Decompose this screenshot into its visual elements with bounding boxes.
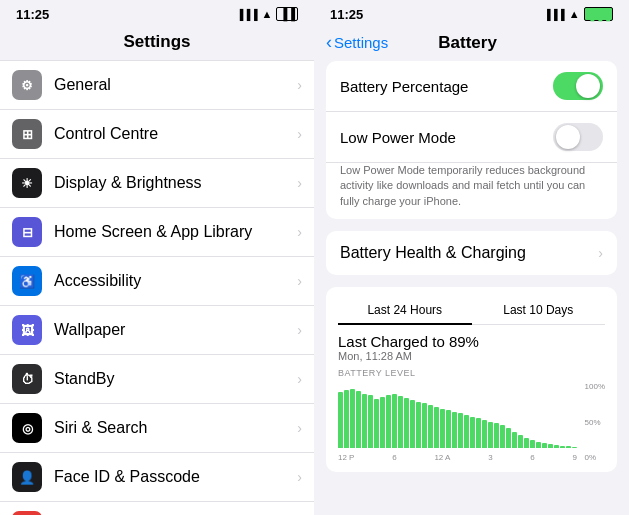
chevron-icon-accessibility: › <box>297 273 302 289</box>
back-chevron-icon: ‹ <box>326 32 332 53</box>
battery-title: Battery <box>438 33 497 53</box>
x-label: 3 <box>488 453 492 462</box>
chart-bar <box>362 394 367 448</box>
chevron-icon-faceid: › <box>297 469 302 485</box>
chevron-icon-general: › <box>297 77 302 93</box>
toggle-thumb <box>576 74 600 98</box>
battery-toggles-section: Battery Percentage Low Power Mode Low Po… <box>326 61 617 219</box>
sidebar-item-faceid[interactable]: 👤Face ID & Passcode› <box>0 453 314 502</box>
x-label: 6 <box>392 453 396 462</box>
chart-tabs: Last 24 Hours Last 10 Days <box>338 297 605 325</box>
chart-bar <box>464 415 469 448</box>
low-power-row[interactable]: Low Power Mode <box>326 112 617 163</box>
faceid-icon: 👤 <box>12 462 42 492</box>
siri-icon: ◎ <box>12 413 42 443</box>
chart-info: Last Charged to 89% Mon, 11:28 AM <box>338 333 605 362</box>
chart-bar <box>404 398 409 448</box>
general-icon: ⚙ <box>12 70 42 100</box>
left-status-bar: 11:25 ▐▐▐ ▲ ▐▐ <box>0 0 314 28</box>
chart-bar <box>374 399 379 449</box>
chart-bar <box>548 444 553 448</box>
x-label: 6 <box>530 453 534 462</box>
chart-bar <box>458 413 463 448</box>
left-status-icons: ▐▐▐ ▲ ▐▐ <box>236 7 298 21</box>
chart-bar <box>386 395 391 448</box>
sidebar-item-label-wallpaper: Wallpaper <box>54 321 297 339</box>
chart-bar <box>434 407 439 448</box>
chart-bar <box>350 389 355 448</box>
tab-last-10-days[interactable]: Last 10 Days <box>472 297 606 324</box>
chart-bar <box>392 394 397 448</box>
battery-nav: ‹ Settings Battery <box>314 28 629 61</box>
chart-bar <box>470 417 475 449</box>
sidebar-item-homescreen[interactable]: ⊟Home Screen & App Library› <box>0 208 314 257</box>
chart-bar <box>368 395 373 448</box>
y-label-50: 50% <box>585 418 605 427</box>
left-time: 11:25 <box>16 7 49 22</box>
sidebar-item-label-faceid: Face ID & Passcode <box>54 468 297 486</box>
sidebar-item-accessibility[interactable]: ♿Accessibility› <box>0 257 314 306</box>
chart-info-sub: Mon, 11:28 AM <box>338 350 605 362</box>
battery-health-section[interactable]: Battery Health & Charging › <box>326 231 617 275</box>
chart-bars <box>338 382 577 448</box>
emergency-icon: SOS <box>12 511 42 515</box>
y-label-0: 0% <box>585 453 605 462</box>
sidebar-item-general[interactable]: ⚙General› <box>0 60 314 110</box>
chevron-icon-control: › <box>297 126 302 142</box>
low-power-toggle[interactable] <box>553 123 603 151</box>
chevron-icon-homescreen: › <box>297 224 302 240</box>
chevron-icon-display: › <box>297 175 302 191</box>
sidebar-item-control[interactable]: ⊞Control Centre› <box>0 110 314 159</box>
standby-icon: ⏱ <box>12 364 42 394</box>
chart-bar <box>500 425 505 448</box>
sidebar-item-siri[interactable]: ◎Siri & Search› <box>0 404 314 453</box>
sidebar-item-emergency[interactable]: SOSEmergency SOS› <box>0 502 314 515</box>
accessibility-icon: ♿ <box>12 266 42 296</box>
settings-list: ⚙General›⊞Control Centre›☀Display & Brig… <box>0 60 314 515</box>
chart-bar <box>440 409 445 449</box>
settings-title: Settings <box>0 28 314 60</box>
signal-icon: ▐▐▐ <box>236 9 257 20</box>
battery-health-row[interactable]: Battery Health & Charging › <box>326 231 617 275</box>
battery-icon: ▐▐ <box>276 7 298 21</box>
chart-bar <box>476 418 481 448</box>
chart-bar <box>416 402 421 448</box>
tab-last-24-hours[interactable]: Last 24 Hours <box>338 297 472 325</box>
right-time: 11:25 <box>330 7 363 22</box>
chart-bar <box>338 392 343 448</box>
sidebar-item-label-general: General <box>54 76 297 94</box>
chart-bar <box>506 428 511 448</box>
battery-percentage-label: Battery Percentage <box>340 78 468 95</box>
x-label: 9 <box>573 453 577 462</box>
wallpaper-icon: 🖼 <box>12 315 42 345</box>
sidebar-item-label-standby: StandBy <box>54 370 297 388</box>
chevron-icon-standby: › <box>297 371 302 387</box>
right-battery-icon: ▐▐▐ <box>584 7 613 21</box>
battery-health-chevron-icon: › <box>598 245 603 261</box>
x-label: 12 P <box>338 453 354 462</box>
x-label: 12 A <box>434 453 450 462</box>
battery-percentage-row[interactable]: Battery Percentage <box>326 61 617 112</box>
sidebar-item-wallpaper[interactable]: 🖼Wallpaper› <box>0 306 314 355</box>
sidebar-item-label-display: Display & Brightness <box>54 174 297 192</box>
battery-chart-section: Last 24 Hours Last 10 Days Last Charged … <box>326 287 617 472</box>
sidebar-item-standby[interactable]: ⏱StandBy› <box>0 355 314 404</box>
back-button[interactable]: ‹ Settings <box>326 32 388 53</box>
chart-bar <box>452 412 457 448</box>
chart-bar <box>512 432 517 449</box>
right-status-icons: ▐▐▐ ▲ ▐▐▐ <box>543 7 613 21</box>
battery-percentage-toggle[interactable] <box>553 72 603 100</box>
chart-bar <box>530 440 535 448</box>
right-status-bar: 11:25 ▐▐▐ ▲ ▐▐▐ <box>314 0 629 28</box>
chart-bar <box>488 422 493 448</box>
chart-bar <box>524 438 529 448</box>
sidebar-item-display[interactable]: ☀Display & Brightness› <box>0 159 314 208</box>
low-power-label: Low Power Mode <box>340 129 456 146</box>
chart-x-labels: 12 P612 A369 <box>338 453 577 462</box>
chart-info-title: Last Charged to 89% <box>338 333 605 350</box>
chart-bar <box>518 435 523 448</box>
chart-bar <box>572 447 577 448</box>
right-signal-icon: ▐▐▐ <box>543 9 564 20</box>
homescreen-icon: ⊟ <box>12 217 42 247</box>
chart-y-labels: 100% 50% 0% <box>585 382 605 462</box>
